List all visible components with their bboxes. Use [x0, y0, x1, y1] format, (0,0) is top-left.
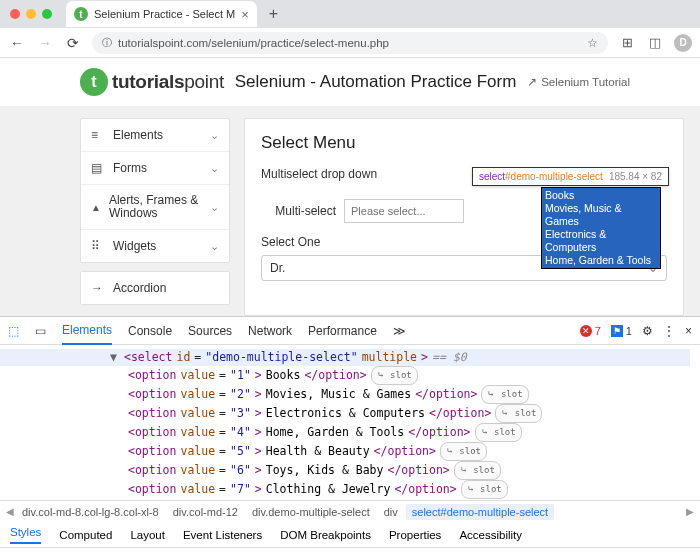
- demo-multiple-select[interactable]: Books Movies, Music & Games Electronics …: [541, 187, 661, 269]
- settings-icon[interactable]: ⚙: [642, 324, 653, 338]
- tab-console[interactable]: Console: [128, 318, 172, 344]
- chevron-down-icon: ⌄: [210, 129, 219, 142]
- forward-button: →: [36, 35, 54, 51]
- crumb-item[interactable]: div.col-md-8.col-lg-8.col-xl-8: [16, 504, 165, 520]
- browser-tab[interactable]: t Selenium Practice - Select M ×: [66, 1, 257, 27]
- grid-icon: ⠿: [91, 239, 105, 253]
- new-tab-button[interactable]: +: [263, 5, 284, 23]
- tab-close-icon[interactable]: ×: [241, 7, 249, 22]
- slot-badge: ⤷ slot: [495, 404, 542, 423]
- more-icon[interactable]: ⋮: [663, 324, 675, 338]
- bookmark-icon[interactable]: ☆: [587, 36, 598, 50]
- slot-badge: ⤷ slot: [454, 461, 501, 480]
- url-text: tutorialspoint.com/selenium/practice/sel…: [118, 37, 389, 49]
- dom-option-element[interactable]: <option value="4">Home, Garden & Tools</…: [0, 423, 690, 442]
- device-toggle-icon[interactable]: ▭: [35, 324, 46, 338]
- dom-option-element[interactable]: <option value="7">Clothing & Jewelry</op…: [0, 480, 690, 499]
- slot-badge: ⤷ slot: [461, 480, 508, 499]
- crumb-right-icon[interactable]: ▶: [686, 506, 694, 517]
- back-button[interactable]: ←: [8, 35, 26, 51]
- error-badge[interactable]: ✕7: [580, 325, 601, 337]
- tab-network[interactable]: Network: [248, 318, 292, 344]
- crumb-item[interactable]: div.demo-multiple-select: [246, 504, 376, 520]
- chevron-down-icon: ⌄: [210, 162, 219, 175]
- tab-elements[interactable]: Elements: [62, 317, 112, 345]
- tab-accessibility[interactable]: Accessibility: [459, 529, 522, 541]
- option-home[interactable]: Home, Garden & Tools: [545, 254, 657, 267]
- crumb-item[interactable]: div.col-md-12: [167, 504, 244, 520]
- dom-select-element[interactable]: ▼<select id="demo-multiple-select" multi…: [0, 349, 690, 366]
- minimize-window-icon[interactable]: [26, 9, 36, 19]
- side-panel-icon[interactable]: ◫: [646, 35, 664, 50]
- profile-avatar[interactable]: D: [674, 34, 692, 52]
- sidebar-item-elements[interactable]: ≡ Elements ⌄: [81, 119, 229, 152]
- page-title: Selenium - Automation Practice Form: [224, 72, 527, 92]
- dom-tree[interactable]: ▼<select id="demo-multiple-select" multi…: [0, 345, 700, 500]
- more-tabs-icon[interactable]: ≫: [393, 324, 406, 338]
- tab-styles[interactable]: Styles: [10, 526, 41, 544]
- tab-title: Selenium Practice - Select M: [94, 8, 235, 20]
- inspect-icon[interactable]: ⬚: [8, 324, 19, 338]
- arrow-right-icon: →: [91, 281, 105, 295]
- tab-computed[interactable]: Computed: [59, 529, 112, 541]
- selenium-tutorial-link[interactable]: ↗ Selenium Tutorial: [527, 75, 630, 89]
- crumb-left-icon[interactable]: ◀: [6, 506, 14, 517]
- dom-option-element[interactable]: <option value="3">Electronics & Computer…: [0, 404, 690, 423]
- dom-option-element[interactable]: <option value="5">Health & Beauty</optio…: [0, 442, 690, 461]
- inspector-tooltip: select#demo-multiple-select 185.84 × 82: [472, 167, 669, 186]
- tab-dom-breakpoints[interactable]: DOM Breakpoints: [280, 529, 371, 541]
- sidebar-item-widgets[interactable]: ⠿ Widgets ⌄: [81, 230, 229, 262]
- dom-option-element[interactable]: <option value="6">Toys, Kids & Baby</opt…: [0, 461, 690, 480]
- breadcrumb[interactable]: ◀ div.col-md-8.col-lg-8.col-xl-8 div.col…: [0, 500, 700, 522]
- crumb-item[interactable]: div: [378, 504, 404, 520]
- tab-event-listeners[interactable]: Event Listeners: [183, 529, 262, 541]
- dom-option-element[interactable]: <option value="1">Books</option> ⤷ slot: [0, 366, 690, 385]
- list-icon: ≡: [91, 128, 105, 142]
- slot-badge: ⤷ slot: [440, 442, 487, 461]
- logo-text: tutorialspoint: [112, 71, 224, 93]
- option-electronics[interactable]: Electronics & Computers: [545, 228, 657, 254]
- bell-icon: ▲: [91, 202, 101, 213]
- slot-badge: ⤷ slot: [371, 366, 418, 385]
- close-window-icon[interactable]: [10, 9, 20, 19]
- multi-select-label: Multi-select: [261, 204, 336, 218]
- sidebar-item-forms[interactable]: ▤ Forms ⌄: [81, 152, 229, 185]
- option-movies[interactable]: Movies, Music & Games: [545, 202, 657, 228]
- slot-badge: ⤷ slot: [481, 385, 528, 404]
- maximize-window-icon[interactable]: [42, 9, 52, 19]
- logo-icon: t: [80, 68, 108, 96]
- issues-badge[interactable]: ⚑1: [611, 325, 632, 337]
- external-link-icon: ↗: [527, 75, 537, 89]
- sidebar-item-accordion[interactable]: → Accordion: [81, 272, 229, 304]
- crumb-item-active[interactable]: select#demo-multiple-select: [406, 504, 554, 520]
- tab-layout[interactable]: Layout: [130, 529, 165, 541]
- option-books[interactable]: Books: [545, 189, 657, 202]
- section-heading: Select Menu: [261, 133, 667, 153]
- tab-performance[interactable]: Performance: [308, 318, 377, 344]
- mac-window-buttons[interactable]: [6, 9, 60, 19]
- tab-sources[interactable]: Sources: [188, 318, 232, 344]
- dom-option-element[interactable]: <option value="2">Movies, Music & Games<…: [0, 385, 690, 404]
- reload-button[interactable]: ⟳: [64, 35, 82, 51]
- extensions-icon[interactable]: ⊞: [618, 35, 636, 50]
- devtools-panel: ⬚ ▭ Elements Console Sources Network Per…: [0, 316, 700, 554]
- site-info-icon[interactable]: ⓘ: [102, 36, 112, 50]
- main-panel: Select Menu Multiselect drop down Multi-…: [244, 118, 684, 316]
- favicon-icon: t: [74, 7, 88, 21]
- chevron-down-icon: ⌄: [210, 201, 219, 214]
- address-bar[interactable]: ⓘ tutorialspoint.com/selenium/practice/s…: [92, 32, 608, 54]
- site-logo[interactable]: t tutorialspoint: [80, 68, 224, 96]
- sidebar: ≡ Elements ⌄ ▤ Forms ⌄ ▲ Alerts, Frames …: [80, 118, 230, 316]
- multi-select-input[interactable]: [344, 199, 464, 223]
- sidebar-item-alerts[interactable]: ▲ Alerts, Frames & Windows ⌄: [81, 185, 229, 230]
- form-icon: ▤: [91, 161, 105, 175]
- tab-properties[interactable]: Properties: [389, 529, 441, 541]
- slot-badge: ⤷ slot: [475, 423, 522, 442]
- chevron-down-icon: ⌄: [210, 240, 219, 253]
- close-devtools-icon[interactable]: ×: [685, 324, 692, 338]
